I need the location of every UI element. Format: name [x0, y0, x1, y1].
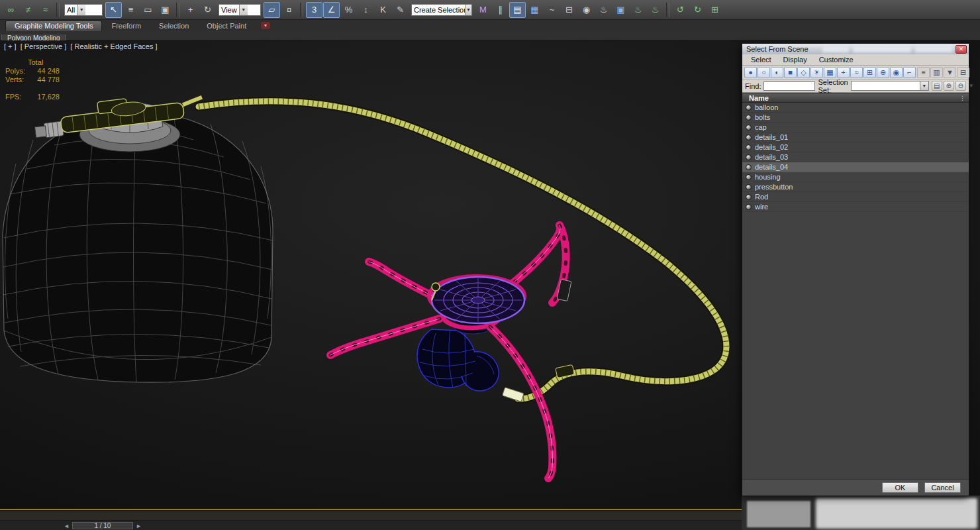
find-input[interactable] [763, 81, 815, 91]
ribbon-tab[interactable]: Selection [150, 21, 197, 31]
chevron-down-icon[interactable]: ▼ [239, 5, 248, 15]
show-all-icon[interactable]: ● [744, 67, 757, 78]
object-sphere-icon [746, 174, 752, 180]
ribbon-toggle-icon[interactable]: ▦ [526, 2, 543, 18]
bind-to-spacewarp-icon[interactable]: ≈ [37, 2, 54, 18]
selection-set-value [851, 81, 920, 91]
hierarchy-view-icon[interactable]: ⊟ [957, 67, 969, 78]
show-geometry-icon[interactable]: ■ [784, 67, 797, 78]
render-production-icon[interactable]: ♨ [630, 2, 646, 18]
percent-snap-icon[interactable]: % [340, 2, 357, 18]
add-to-set-icon[interactable]: ⊕ [944, 81, 954, 91]
toolbar-separator [56, 3, 60, 17]
selection-filter-combo[interactable]: All ▼ [64, 4, 103, 16]
render-iterative-icon[interactable]: ♨ [647, 2, 663, 18]
ribbon-tab[interactable]: Graphite Modeling Tools [5, 21, 102, 31]
dialog-find-row: Find: Selection Set: ▼ ▤⊕⊖ ▼ [742, 80, 969, 93]
column-view-icon[interactable]: ▥ [930, 67, 943, 78]
ok-button[interactable]: OK [882, 482, 918, 493]
subtract-from-set-icon[interactable]: ⊖ [956, 81, 966, 91]
previous-page-icon[interactable]: ◄ [64, 523, 70, 529]
list-item[interactable]: details_01 [742, 132, 969, 142]
background-window-block [816, 498, 977, 529]
show-materials-icon[interactable]: ◉ [890, 67, 903, 78]
align-icon[interactable]: ∥ [492, 2, 509, 18]
unlink-selection-icon[interactable]: ≠ [20, 2, 36, 18]
reference-coordinate-combo[interactable]: View ▼ [219, 4, 261, 16]
viewport-pov-menu[interactable]: [ Perspective ] [21, 42, 67, 50]
chevron-down-icon[interactable]: ▼ [920, 81, 929, 91]
window-crossing-icon[interactable]: ▣ [157, 2, 173, 18]
collapse-panel-icon[interactable]: ▼ [969, 83, 975, 89]
angle-snap-icon[interactable]: ∠ [323, 2, 340, 18]
show-shapes-icon[interactable]: ◇ [797, 67, 810, 78]
select-and-manipulate-icon[interactable]: ¤ [281, 2, 297, 18]
show-groups-icon[interactable]: ⊞ [863, 67, 876, 78]
redo-view-icon[interactable]: ↻ [689, 2, 706, 18]
ribbon-tab[interactable]: Object Paint [198, 21, 255, 31]
ribbon-tab[interactable]: Freeform [103, 21, 150, 31]
show-spacewarps-icon[interactable]: ≈ [850, 67, 863, 78]
list-item[interactable]: housing [742, 172, 969, 182]
viewport-general-menu[interactable]: [ + ] [4, 42, 17, 50]
schematic-view-icon[interactable]: ⊟ [561, 2, 577, 18]
material-editor-icon[interactable]: ◉ [578, 2, 595, 18]
viewport-shading-menu[interactable]: [ Realistic + Edged Faces ] [70, 42, 157, 50]
show-none-icon[interactable]: ○ [758, 67, 770, 78]
show-helpers-icon[interactable]: + [837, 67, 850, 78]
mirror-icon[interactable]: M [475, 2, 491, 18]
show-invert-icon[interactable]: ◐ [771, 67, 783, 78]
create-selection-set-icon[interactable]: ▤ [932, 81, 942, 91]
select-and-rotate-icon[interactable]: ↻ [199, 2, 216, 18]
list-item[interactable]: cap [742, 123, 969, 132]
list-item[interactable]: details_02 [742, 142, 969, 152]
spinner-snap-icon[interactable]: ↕ [358, 2, 374, 18]
list-item[interactable]: pressbutton [742, 182, 969, 192]
named-selection-sets-combo[interactable]: Create Selection Se ▼ [411, 4, 472, 16]
list-item[interactable]: Rod [742, 192, 969, 202]
edit-selection-sets-icon[interactable]: ✎ [392, 2, 409, 18]
close-icon[interactable]: ✕ [956, 45, 967, 54]
next-page-icon[interactable]: ► [136, 523, 142, 529]
layer-manager-icon[interactable]: ▤ [509, 2, 526, 18]
cancel-button[interactable]: Cancel [924, 482, 961, 493]
select-and-link-icon[interactable]: ∞ [3, 2, 19, 18]
undo-view-icon[interactable]: ↺ [672, 2, 689, 18]
select-object-icon[interactable]: ↖ [105, 2, 122, 18]
keyboard-override-icon[interactable]: K [375, 2, 391, 18]
filter-icon[interactable]: ▼ [944, 67, 956, 78]
menu-item[interactable]: Display [777, 56, 813, 64]
name-column-header[interactable]: Name ⋮ [742, 93, 969, 103]
chevron-down-icon[interactable]: ▼ [465, 5, 471, 15]
chevron-down-icon[interactable]: ▼ [77, 5, 85, 15]
show-lights-icon[interactable]: ☀ [810, 67, 823, 78]
show-cameras-icon[interactable]: ▦ [824, 67, 836, 78]
scene-object-list[interactable]: balloon bolts cap details_01 details_02 [742, 103, 969, 479]
dialog-menu-bar: SelectDisplayCustomize [742, 54, 969, 66]
show-xrefs-icon[interactable]: ⊕ [877, 67, 889, 78]
selection-region-icon[interactable]: ▭ [140, 2, 156, 18]
list-item[interactable]: bolts [742, 113, 969, 123]
show-bones-icon[interactable]: ⌐ [903, 67, 916, 78]
list-item[interactable]: details_03 [742, 152, 969, 162]
render-setup-icon[interactable]: ♨ [595, 2, 612, 18]
snaps-toggle-icon[interactable]: 3 [306, 2, 322, 18]
select-and-scale-icon[interactable]: ▱ [264, 2, 280, 18]
list-view-icon[interactable]: ≡ [917, 67, 930, 78]
curve-editor-icon[interactable]: ~ [544, 2, 560, 18]
column-options-icon[interactable]: ⋮ [959, 95, 965, 101]
list-item[interactable]: details_04 [742, 162, 969, 172]
list-item[interactable]: balloon [742, 103, 969, 113]
select-by-name-icon[interactable]: ≡ [122, 2, 139, 18]
dialog-title-bar[interactable]: Select From Scene ✕ [742, 44, 969, 54]
time-page-indicator[interactable]: 1 / 10 [72, 522, 133, 529]
ribbon-options-icon[interactable]: ▾ [261, 22, 270, 29]
menu-item[interactable]: Select [745, 56, 777, 64]
select-and-move-icon[interactable]: + [182, 2, 199, 18]
rendered-frame-icon[interactable]: ▣ [612, 2, 629, 18]
selection-set-combo[interactable]: ▼ [851, 81, 929, 91]
menu-item[interactable]: Customize [813, 56, 859, 64]
gas-canister[interactable] [3, 112, 273, 382]
maximize-viewport-icon[interactable]: ⊞ [707, 2, 723, 18]
list-item[interactable]: wire [742, 202, 969, 212]
